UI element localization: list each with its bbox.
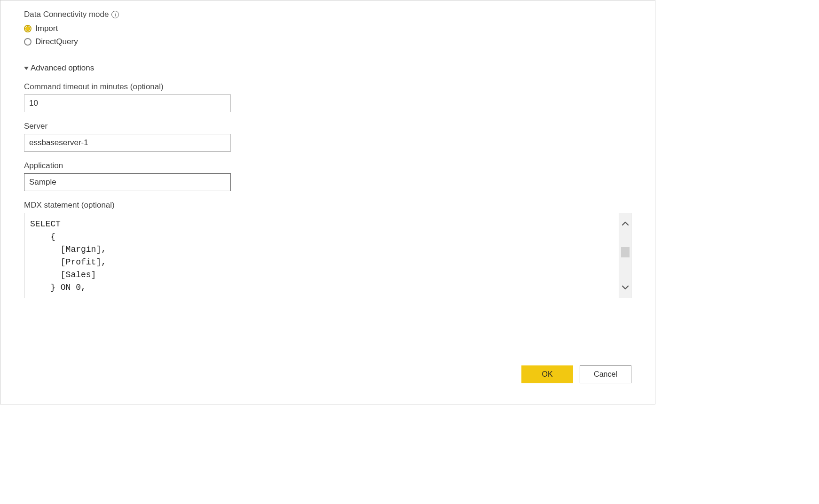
radio-import-label: Import	[35, 24, 58, 33]
scroll-down-icon[interactable]	[619, 277, 631, 298]
application-label: Application	[24, 161, 631, 171]
scrollbar[interactable]	[619, 213, 631, 298]
timeout-input[interactable]	[24, 94, 231, 112]
scroll-up-icon[interactable]	[619, 213, 631, 234]
connectivity-mode-text: Data Connectivity mode	[24, 10, 109, 19]
server-label: Server	[24, 122, 631, 131]
dialog-buttons: OK Cancel	[521, 365, 631, 383]
cancel-button[interactable]: Cancel	[580, 365, 631, 383]
connection-dialog: Data Connectivity mode i Import DirectQu…	[0, 0, 655, 404]
info-icon[interactable]: i	[111, 11, 119, 18]
advanced-options-toggle[interactable]: Advanced options	[24, 63, 631, 73]
radio-import-indicator	[24, 25, 32, 32]
server-input[interactable]	[24, 134, 231, 152]
radio-directquery-indicator	[24, 38, 32, 46]
mdx-textarea-container	[24, 213, 631, 298]
connectivity-radio-group: Import DirectQuery	[24, 24, 631, 50]
timeout-label: Command timeout in minutes (optional)	[24, 82, 631, 92]
radio-directquery[interactable]: DirectQuery	[24, 37, 631, 47]
radio-directquery-label: DirectQuery	[35, 37, 78, 47]
mdx-textarea[interactable]	[24, 213, 618, 298]
ok-button[interactable]: OK	[521, 365, 573, 383]
mdx-label: MDX statement (optional)	[24, 201, 631, 210]
connectivity-mode-label: Data Connectivity mode i	[24, 10, 631, 19]
advanced-options-label: Advanced options	[31, 63, 94, 73]
scroll-thumb[interactable]	[621, 247, 630, 257]
triangle-down-icon	[24, 67, 29, 70]
application-input[interactable]	[24, 173, 231, 191]
radio-import[interactable]: Import	[24, 24, 631, 33]
